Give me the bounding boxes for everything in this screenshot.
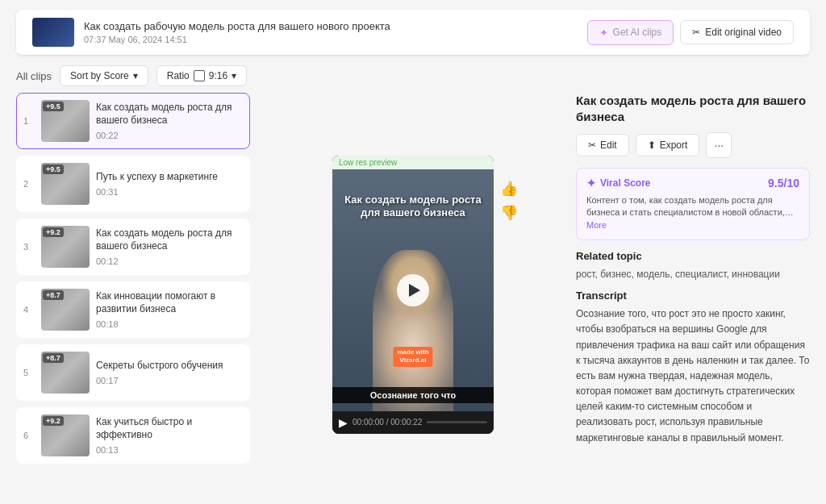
clip-title: Как создать модель роста для вашего бизн… bbox=[96, 102, 243, 127]
export-button[interactable]: ⬆ Export bbox=[636, 134, 700, 156]
clip-number: 1 bbox=[23, 116, 35, 126]
header-info: Как создать рабочую модель роста для ваш… bbox=[84, 20, 587, 44]
clip-thumbnail: +9.5 bbox=[41, 163, 90, 205]
score-badge: +8.7 bbox=[43, 353, 64, 363]
viral-score-card: ✦ Viral Score 9.5/10 Контент о том, как … bbox=[576, 168, 810, 240]
video-player: Low res preview Как создать модель роста… bbox=[332, 156, 494, 434]
preview-label: Low res preview bbox=[332, 156, 494, 169]
clip-number: 6 bbox=[23, 431, 35, 440]
clip-item[interactable]: 1 +9.5 Как создать модель роста для ваше… bbox=[16, 93, 250, 149]
transcript-text: Осознание того, что рост это не просто х… bbox=[576, 306, 810, 446]
clip-thumbnail: +9.2 bbox=[41, 226, 90, 268]
clip-item[interactable]: 3 +9.2 Как создать модель роста для ваше… bbox=[16, 219, 250, 275]
viral-label-text: Viral Score bbox=[600, 177, 650, 189]
video-subtitle: Осознание того что bbox=[332, 387, 494, 403]
video-title-overlay: Как создать модель роста для вашего бизн… bbox=[332, 194, 494, 221]
clip-title: Секреты быстрого обучения bbox=[96, 360, 243, 373]
more-icon: ··· bbox=[715, 139, 724, 152]
edit-button[interactable]: ✂ Edit bbox=[576, 134, 629, 156]
export-icon: ⬆ bbox=[648, 140, 656, 151]
clip-number: 4 bbox=[23, 305, 35, 314]
clip-duration: 00:12 bbox=[96, 256, 243, 266]
clip-info: Путь к успеху в маркетинге 00:31 bbox=[96, 171, 243, 197]
related-tags: рост, бизнес, модель, специалист, иннова… bbox=[576, 267, 810, 281]
chevron-down-icon: ▾ bbox=[133, 70, 138, 81]
clip-item[interactable]: 4 +8.7 Как инновации помогают в развитии… bbox=[16, 281, 250, 338]
clip-number: 2 bbox=[23, 179, 35, 189]
clip-item[interactable]: 2 +9.5 Путь к успеху в маркетинге 00:31 bbox=[16, 156, 250, 212]
clip-duration: 00:18 bbox=[96, 319, 243, 329]
clips-list: 1 +9.5 Как создать модель роста для ваше… bbox=[16, 93, 250, 496]
get-ai-clips-button[interactable]: ✦ Get AI clips bbox=[587, 20, 674, 45]
content-area: 1 +9.5 Как создать модель роста для ваше… bbox=[0, 93, 826, 504]
clip-duration: 00:31 bbox=[96, 187, 243, 197]
chevron-down-icon: ▾ bbox=[232, 70, 236, 81]
clip-number: 3 bbox=[23, 242, 35, 252]
clip-item[interactable]: 5 +8.7 Секреты быстрого обучения 00:17 bbox=[16, 344, 250, 401]
clip-duration: 00:22 bbox=[96, 131, 243, 140]
clip-title: Как инновации помогают в развитии бизнес… bbox=[96, 290, 243, 315]
clip-info: Как создать модель роста для вашего бизн… bbox=[96, 102, 243, 140]
viral-icon: ✦ bbox=[586, 177, 596, 190]
score-badge: +9.5 bbox=[43, 102, 64, 111]
time-current: 00:00:00 bbox=[353, 418, 384, 427]
ratio-label: Ratio bbox=[167, 70, 190, 81]
play-button[interactable] bbox=[397, 274, 429, 306]
header-thumbnail bbox=[32, 18, 74, 47]
dislike-button[interactable]: 👎 bbox=[500, 204, 518, 222]
score-badge: +9.2 bbox=[43, 416, 64, 426]
time-display: 00:00:00 / 00:00:22 bbox=[353, 418, 422, 427]
play-triangle-icon bbox=[409, 284, 420, 297]
ratio-button[interactable]: Ratio 9:16 ▾ bbox=[156, 65, 247, 86]
viral-score-header: ✦ Viral Score 9.5/10 bbox=[586, 177, 799, 190]
clip-item[interactable]: 6 +9.2 Как учиться быстро и эффективно 0… bbox=[16, 407, 250, 464]
clip-info: Как учиться быстро и эффективно 00:13 bbox=[96, 416, 243, 454]
score-badge: +9.2 bbox=[43, 227, 64, 237]
viral-score-value: 9.5/10 bbox=[768, 177, 799, 190]
ai-clips-icon: ✦ bbox=[599, 27, 608, 39]
clip-duration: 00:17 bbox=[96, 376, 243, 385]
sort-label: Sort by Score bbox=[70, 70, 129, 81]
video-area: Low res preview Как создать модель роста… bbox=[260, 93, 566, 496]
toolbar: All clips Sort by Score ▾ Ratio 9:16 ▾ bbox=[0, 65, 826, 93]
clip-thumbnail: +9.2 bbox=[41, 414, 90, 456]
export-label: Export bbox=[660, 140, 688, 151]
header-actions: ✦ Get AI clips ✂ Edit original video bbox=[587, 20, 794, 45]
clip-thumbnail: +8.7 bbox=[41, 352, 90, 394]
edit-original-button[interactable]: ✂ Edit original video bbox=[680, 20, 794, 44]
header-bar: Как создать рабочую модель роста для ваш… bbox=[16, 10, 810, 56]
scissors-icon: ✂ bbox=[692, 27, 700, 38]
clip-title: Как учиться быстро и эффективно bbox=[96, 416, 243, 441]
like-button[interactable]: 👍 bbox=[500, 180, 518, 198]
clip-title: Как создать модель роста для вашего бизн… bbox=[96, 227, 243, 252]
ratio-value: 9:16 bbox=[209, 70, 227, 81]
thumb-image bbox=[32, 18, 74, 47]
sort-by-score-button[interactable]: Sort by Score ▾ bbox=[60, 65, 148, 86]
clip-duration: 00:13 bbox=[96, 445, 243, 455]
related-topic-title: Related topic bbox=[576, 250, 810, 262]
video-frame[interactable]: Как создать модель роста для вашего бизн… bbox=[332, 169, 494, 411]
more-options-button[interactable]: ··· bbox=[706, 132, 732, 158]
progress-bar[interactable] bbox=[427, 421, 487, 423]
score-badge: +8.7 bbox=[43, 290, 64, 300]
clip-info: Секреты быстрого обучения 00:17 bbox=[96, 360, 243, 385]
play-small-button[interactable]: ▶ bbox=[339, 416, 348, 429]
viral-score-label: ✦ Viral Score bbox=[586, 177, 650, 190]
edit-icon: ✂ bbox=[588, 140, 596, 151]
panel-actions: ✂ Edit ⬆ Export ··· bbox=[576, 132, 810, 158]
edit-original-label: Edit original video bbox=[705, 27, 782, 38]
score-badge: +9.5 bbox=[43, 165, 64, 174]
vizard-badge: made withVizard.ai bbox=[393, 347, 432, 367]
viral-desc-text: Контент о том, как создать модель роста … bbox=[586, 195, 794, 217]
like-dislike-buttons: 👍 👎 bbox=[500, 180, 518, 222]
viral-more-link[interactable]: More bbox=[586, 220, 607, 230]
panel-clip-title: Как создать модель роста для вашего бизн… bbox=[576, 93, 810, 124]
video-controls: ▶ 00:00:00 / 00:00:22 bbox=[332, 411, 494, 434]
clip-info: Как создать модель роста для вашего бизн… bbox=[96, 227, 243, 265]
header-meta: 07:37 May 06, 2024 14:51 bbox=[84, 35, 587, 44]
right-panel: Как создать модель роста для вашего бизн… bbox=[576, 93, 810, 496]
clip-title: Путь к успеху в маркетинге bbox=[96, 171, 243, 184]
clip-thumbnail: +8.7 bbox=[41, 289, 90, 331]
all-clips-label: All clips bbox=[16, 70, 52, 82]
get-ai-clips-label: Get AI clips bbox=[613, 27, 662, 38]
